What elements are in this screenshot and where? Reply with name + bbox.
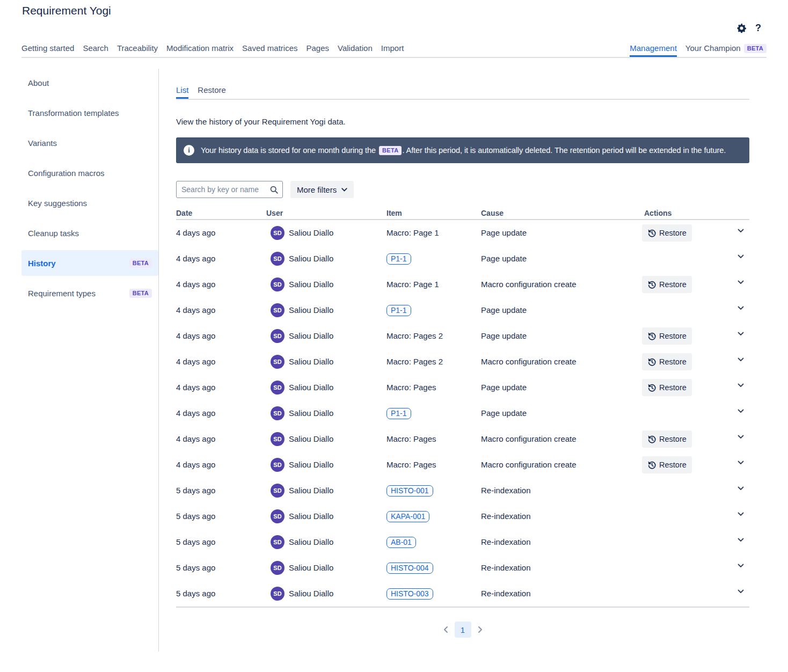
requirement-key-pill[interactable]: AB-01 [386,537,416,548]
nav-item-validation[interactable]: Validation [338,43,373,57]
row-date: 4 days ago [176,382,266,393]
nav-item-import[interactable]: Import [381,43,404,57]
sidebar-item-about[interactable]: About [21,70,158,96]
restore-button[interactable]: Restore [642,276,692,293]
row-cause: Page update [481,408,644,419]
row-expand-button[interactable] [737,459,745,466]
sidebar-item-requirement-types[interactable]: Requirement types BETA [21,280,158,306]
row-actions [644,478,749,503]
settings-gear-icon[interactable] [736,23,747,33]
tab-list[interactable]: List [176,85,188,99]
chevron-left-icon [442,626,450,633]
nav-item-your-champion[interactable]: Your ChampionBETA [685,43,767,57]
row-item: P1-1 [386,305,481,316]
table-row: 5 days ago SD Saliou Diallo HISTO-004 Re… [176,555,749,581]
sidebar-item-variants[interactable]: Variants [21,130,158,156]
more-filters-button[interactable]: More filters [290,181,354,198]
row-cause: Re-indexation [481,485,644,496]
requirement-key-pill[interactable]: KAPA-001 [386,511,429,522]
nav-item-saved-matrices[interactable]: Saved matrices [242,43,297,57]
search-icon [269,185,279,196]
row-item: HISTO-004 [386,563,481,574]
more-filters-label: More filters [297,185,337,194]
restore-button-label: Restore [659,229,687,237]
user-avatar: SD [271,484,284,498]
requirement-key-pill[interactable]: P1-1 [386,408,411,419]
requirement-key-pill[interactable]: HISTO-003 [386,588,433,600]
nav-item-getting-started[interactable]: Getting started [21,43,74,57]
requirement-key-pill[interactable]: HISTO-001 [386,485,433,496]
restore-button-label: Restore [659,280,687,289]
row-expand-button[interactable] [737,382,745,389]
restore-button[interactable]: Restore [642,353,692,370]
row-expand-button[interactable] [737,407,745,415]
restore-button[interactable]: Restore [642,456,692,473]
row-user: SD Saliou Diallo [266,587,386,601]
nav-item-pages[interactable]: Pages [306,43,329,57]
restore-history-icon [647,229,656,238]
restore-button[interactable]: Restore [642,379,692,396]
beta-badge: BETA [379,146,402,155]
row-cause: Page update [481,382,644,393]
sidebar-item-cleanup-tasks[interactable]: Cleanup tasks [21,220,158,246]
nav-item-modification-matrix[interactable]: Modification matrix [166,43,234,57]
row-expand-button[interactable] [737,279,745,286]
row-user: SD Saliou Diallo [266,432,386,446]
row-item: Macro: Pages [386,382,481,393]
requirement-key-pill[interactable]: HISTO-004 [386,563,433,574]
restore-button[interactable]: Restore [642,224,692,242]
nav-item-traceability[interactable]: Traceability [117,43,158,57]
sidebar-item-transformation-templates[interactable]: Transformation templates [21,100,158,126]
row-expand-button[interactable] [737,510,745,518]
beta-badge: BETA [744,44,767,53]
chevron-down-icon [737,407,745,415]
row-expand-button[interactable] [737,227,745,235]
requirement-key-pill[interactable]: P1-1 [386,305,411,316]
row-expand-button[interactable] [737,485,745,492]
sidebar-item-history[interactable]: History BETA [21,250,158,276]
row-actions: Restore [644,375,749,400]
row-expand-button[interactable] [737,562,745,569]
beta-badge: BETA [129,289,152,298]
user-name: Saliou Diallo [289,356,333,367]
next-page-button[interactable] [476,626,484,633]
nav-item-management[interactable]: Management [630,43,677,57]
row-expand-button[interactable] [737,253,745,260]
previous-page-button[interactable] [442,626,450,633]
row-expand-button[interactable] [737,304,745,312]
row-user: SD Saliou Diallo [266,329,386,343]
row-actions [644,297,749,323]
table-row: 4 days ago SD Saliou Diallo P1-1 Page up… [176,297,749,323]
help-icon[interactable]: ? [755,23,761,33]
info-banner: i Your history data is stored for one mo… [176,137,749,163]
row-user: SD Saliou Diallo [266,458,386,472]
row-user: SD Saliou Diallo [266,509,386,523]
tab-restore[interactable]: Restore [198,85,226,99]
row-expand-button[interactable] [737,433,745,441]
table-row: 4 days ago SD Saliou Diallo Macro: Pages… [176,452,749,478]
row-expand-button[interactable] [737,536,745,544]
row-cause: Macro configuration create [481,459,644,470]
table-row: 4 days ago SD Saliou Diallo Macro: Pages… [176,349,749,375]
nav-item-search[interactable]: Search [83,43,108,57]
user-name: Saliou Diallo [289,537,333,547]
current-page-button[interactable]: 1 [455,622,471,638]
nav-item-label: Your Champion [685,43,741,53]
row-expand-button[interactable] [737,330,745,338]
row-expand-button[interactable] [737,588,745,595]
sidebar-item-configuration-macros[interactable]: Configuration macros [21,160,158,186]
search-input[interactable] [176,181,283,198]
restore-button[interactable]: Restore [642,430,692,448]
restore-button[interactable]: Restore [642,327,692,345]
user-avatar: SD [271,226,284,240]
table-row: 5 days ago SD Saliou Diallo KAPA-001 Re-… [176,503,749,529]
row-actions [644,529,749,555]
user-avatar: SD [271,381,284,395]
row-expand-button[interactable] [737,356,745,363]
row-date: 5 days ago [176,563,266,573]
row-item: HISTO-001 [386,485,481,496]
row-cause: Page update [481,228,644,238]
row-cause: Re-indexation [481,563,644,573]
requirement-key-pill[interactable]: P1-1 [386,253,411,265]
sidebar-item-key-suggestions[interactable]: Key suggestions [21,190,158,216]
